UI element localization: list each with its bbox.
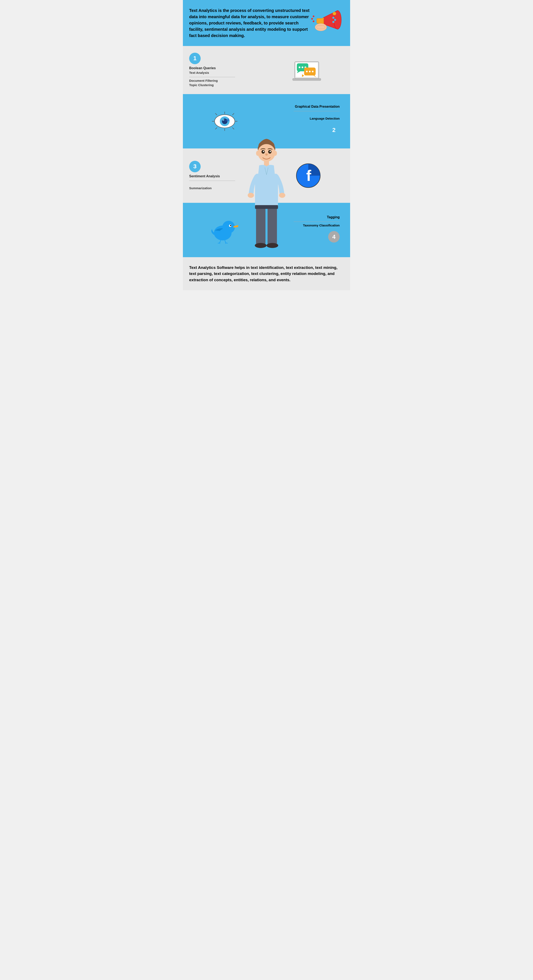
svg-line-48 (220, 240, 221, 243)
row2-item1: Graphical Data Presentation (295, 105, 340, 108)
svg-line-32 (232, 113, 234, 115)
row-1: 1 Boolean Queries Text Analysis Document… (183, 46, 350, 94)
row4-item1: Tagging (327, 215, 340, 219)
row-1-right (266, 46, 350, 94)
svg-point-24 (312, 71, 313, 72)
row-4: Tagging Taxonomy Classification 4 (183, 203, 350, 257)
number-badge-1: 1 (189, 53, 200, 64)
svg-text:f: f (306, 167, 312, 184)
svg-point-9 (333, 17, 334, 19)
row3-item2: Summarization (189, 186, 260, 190)
row1-divider (189, 77, 235, 77)
svg-rect-15 (293, 78, 321, 81)
svg-point-38 (222, 119, 224, 121)
svg-rect-8 (317, 25, 325, 29)
row3-item1: Sentiment Analysis (189, 174, 260, 178)
svg-point-23 (309, 71, 310, 72)
row-1-left: 1 Boolean Queries Text Analysis Document… (183, 46, 266, 94)
row-3-right: f (266, 148, 350, 203)
facebook-icon: f (296, 163, 321, 188)
row-3: 3 Sentiment Analysis Summarization f (183, 148, 350, 203)
row4-item2: Taxonomy Classification (303, 224, 340, 227)
svg-point-10 (334, 19, 336, 21)
svg-line-51 (225, 240, 226, 243)
row-4-left (183, 203, 266, 257)
svg-point-43 (229, 217, 230, 218)
eye-icon (209, 111, 240, 132)
svg-point-17 (299, 67, 301, 68)
svg-point-47 (230, 225, 231, 226)
svg-point-6 (313, 21, 314, 22)
row-2-left (183, 94, 266, 148)
svg-line-33 (215, 127, 217, 129)
twitter-icon (209, 215, 240, 245)
row-3-left: 3 Sentiment Analysis Summarization (183, 148, 266, 203)
svg-point-12 (333, 12, 336, 15)
row1-item3: Document Filtering (189, 79, 260, 83)
svg-point-18 (302, 67, 303, 68)
svg-point-41 (227, 218, 229, 220)
row-2-right: Graphical Data Presentation Language Det… (266, 94, 350, 148)
footer-text: Text Analytics Software helps in text id… (189, 264, 344, 283)
header-text: Text Analytics is the process of convert… (189, 7, 310, 39)
row2-item2: Language Detection (310, 117, 340, 120)
footer-section: Text Analytics Software helps in text id… (183, 257, 350, 290)
row-4-right: Tagging Taxonomy Classification 4 (266, 203, 350, 257)
number-badge-4: 4 (328, 231, 340, 243)
svg-point-11 (333, 21, 334, 23)
row1-item2: Text Analysis (189, 71, 260, 75)
svg-point-5 (311, 18, 313, 20)
number-badge-2: 2 (328, 124, 340, 136)
svg-point-45 (223, 221, 235, 233)
svg-point-4 (313, 16, 314, 17)
header-section: Text Analytics is the process of convert… (183, 0, 350, 46)
number-badge-3: 3 (189, 161, 200, 172)
row-2: Graphical Data Presentation Language Det… (183, 94, 350, 148)
row1-item4: Topic Clustering (189, 83, 260, 87)
svg-point-22 (306, 71, 308, 72)
rows-2-3-4-wrapper: Graphical Data Presentation Language Det… (183, 94, 350, 257)
svg-line-34 (232, 127, 234, 129)
svg-rect-3 (317, 18, 323, 24)
laptop-chat-icon (291, 56, 325, 85)
svg-line-31 (215, 113, 217, 115)
megaphone-icon (310, 6, 344, 40)
row1-item1: Boolean Queries (189, 66, 260, 70)
